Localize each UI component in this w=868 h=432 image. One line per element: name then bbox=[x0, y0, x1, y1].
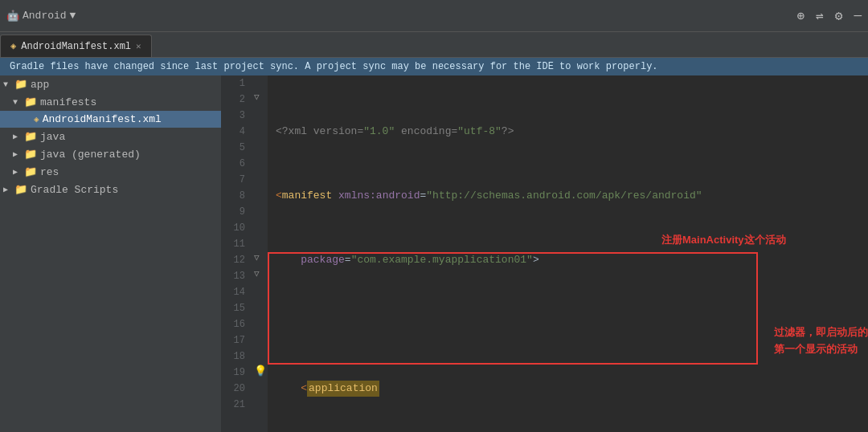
code-line-2: <manifest xmlns:android="http://schemas.… bbox=[276, 188, 860, 204]
sidebar-label: res bbox=[40, 166, 59, 178]
tab-androidmanifest[interactable]: ◈ AndroidManifest.xml ✕ bbox=[0, 35, 152, 57]
ln19: 19 bbox=[221, 365, 245, 381]
sidebar-item-app[interactable]: ▼ 📁 app bbox=[0, 75, 221, 93]
code-line-1: <?xml version="1.0" encoding="utf-8"?> bbox=[276, 124, 860, 140]
sidebar-item-java[interactable]: ▶ 📁 java bbox=[0, 128, 221, 145]
toolbar: 🤖 Android ▼ ⊕ ⇌ ⚙ — bbox=[0, 0, 868, 32]
line-numbers: 1 2 3 4 5 6 7 8 9 10 11 12 13 14 15 16 1 bbox=[221, 75, 252, 432]
annotation-filter-line1: 过滤器，即启动后的 bbox=[774, 324, 868, 341]
arrow-icon: ▼ bbox=[13, 98, 21, 107]
ln15: 15 bbox=[221, 300, 245, 316]
ln21: 21 bbox=[221, 397, 245, 413]
ln12: 12 bbox=[221, 252, 245, 268]
arrow-icon: ▼ bbox=[3, 80, 11, 89]
add-icon[interactable]: ⊕ bbox=[796, 8, 805, 24]
sidebar: ▼ 📁 app ▼ 📁 manifests ▶ ◈ AndroidManifes… bbox=[0, 75, 221, 432]
ln14: 14 bbox=[221, 284, 245, 300]
tab-close-button[interactable]: ✕ bbox=[136, 41, 141, 51]
red-border-box bbox=[268, 252, 758, 365]
ln16: 16 bbox=[221, 316, 245, 332]
notification-text: Gradle files have changed since last pro… bbox=[10, 61, 658, 72]
code-line-3: package="com.example.myapplication01"> bbox=[276, 252, 860, 268]
ln11: 11 bbox=[221, 236, 245, 252]
sidebar-label: java bbox=[40, 131, 65, 143]
project-selector[interactable]: 🤖 Android ▼ bbox=[6, 10, 76, 22]
ln20: 20 bbox=[221, 381, 245, 397]
code-editor[interactable]: 1 2 3 4 5 6 7 8 9 10 11 12 13 14 15 16 1 bbox=[221, 75, 868, 432]
fold-icon-13[interactable]: ▽ bbox=[254, 268, 260, 279]
fold-icon-2[interactable]: ▽ bbox=[254, 92, 260, 102]
folder-icon: 📁 bbox=[24, 165, 37, 178]
toolbar-icons: ⊕ ⇌ ⚙ — bbox=[796, 8, 862, 24]
folder-icon: 📁 bbox=[14, 78, 27, 91]
ln10: 10 bbox=[221, 220, 245, 236]
arrow-icon: ▶ bbox=[3, 185, 11, 194]
annotation-filter: 过滤器，即启动后的 第一个显示的活动 bbox=[774, 324, 868, 358]
annotation-filter-line2: 第一个显示的活动 bbox=[774, 341, 868, 358]
sidebar-label: java (generated) bbox=[40, 149, 141, 161]
ln9: 9 bbox=[221, 204, 245, 220]
sidebar-item-manifests[interactable]: ▼ 📁 manifests bbox=[0, 93, 221, 111]
arrow-icon: ▶ bbox=[13, 132, 21, 141]
xml-file-icon: ◈ bbox=[10, 40, 16, 52]
arrow-icon: ▶ bbox=[13, 167, 21, 177]
sidebar-item-res[interactable]: ▶ 📁 res bbox=[0, 163, 221, 181]
minimize-icon[interactable]: — bbox=[854, 9, 862, 23]
arrow-icon: ▶ bbox=[13, 149, 21, 159]
notification-bar: Gradle files have changed since last pro… bbox=[0, 58, 868, 75]
android-icon: 🤖 bbox=[6, 10, 19, 22]
sidebar-item-androidmanifest[interactable]: ▶ ◈ AndroidManifest.xml bbox=[0, 111, 221, 128]
ln2: 2 bbox=[221, 92, 245, 108]
annotation-register-activity: 注册MainActivity这个活动 bbox=[661, 232, 786, 248]
dropdown-arrow: ▼ bbox=[70, 10, 76, 22]
ln6: 6 bbox=[221, 156, 245, 172]
ln1: 1 bbox=[221, 75, 245, 92]
gutter: ▽ ▽ ▽ 💡 bbox=[252, 75, 268, 432]
ln8: 8 bbox=[221, 188, 245, 204]
ln3: 3 bbox=[221, 108, 245, 124]
fold-icon-12[interactable]: ▽ bbox=[254, 252, 260, 263]
bulb-icon[interactable]: 💡 bbox=[254, 365, 267, 377]
sidebar-item-java-generated[interactable]: ▶ 📁 java (generated) bbox=[0, 145, 221, 163]
sidebar-label: app bbox=[31, 79, 49, 91]
sidebar-label: manifests bbox=[40, 96, 96, 108]
settings-icon[interactable]: ⚙ bbox=[835, 8, 843, 24]
xml-file-icon: ◈ bbox=[34, 114, 39, 124]
project-label: Android bbox=[23, 10, 67, 22]
folder-icon: 📁 bbox=[14, 183, 27, 196]
code-container: 1 2 3 4 5 6 7 8 9 10 11 12 13 14 15 16 1 bbox=[221, 75, 868, 432]
tab-bar: ◈ AndroidManifest.xml ✕ bbox=[0, 32, 868, 58]
tab-label: AndroidManifest.xml bbox=[21, 41, 131, 52]
folder-icon: 📁 bbox=[24, 130, 37, 143]
sidebar-label: AndroidManifest.xml bbox=[43, 113, 162, 125]
code-line-5: <application bbox=[276, 381, 860, 397]
ln4: 4 bbox=[221, 124, 245, 140]
folder-icon: 📁 bbox=[24, 96, 37, 108]
code-line-4 bbox=[276, 316, 860, 332]
ln5: 5 bbox=[221, 140, 245, 156]
sidebar-item-gradle-scripts[interactable]: ▶ 📁 Gradle Scripts bbox=[0, 181, 221, 198]
folder-icon: 📁 bbox=[24, 148, 37, 161]
sync-icon[interactable]: ⇌ bbox=[816, 8, 824, 24]
sidebar-label: Gradle Scripts bbox=[31, 184, 118, 196]
code-lines[interactable]: <?xml version="1.0" encoding="utf-8"?> <… bbox=[268, 75, 868, 432]
ln18: 18 bbox=[221, 348, 245, 365]
ln17: 17 bbox=[221, 332, 245, 348]
main-area: ▼ 📁 app ▼ 📁 manifests ▶ ◈ AndroidManifes… bbox=[0, 75, 868, 432]
ln13: 13 bbox=[221, 268, 245, 284]
ln7: 7 bbox=[221, 172, 245, 188]
code-area: 1 2 3 4 5 6 7 8 9 10 11 12 13 14 15 16 1 bbox=[221, 75, 868, 432]
